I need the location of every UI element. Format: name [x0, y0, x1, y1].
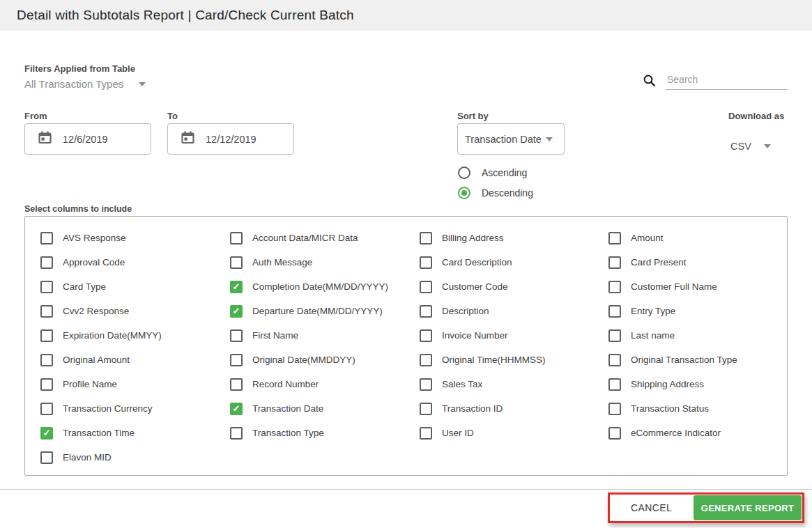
from-date-field[interactable]: 12/6/2019 [24, 123, 151, 155]
column-checkbox-item[interactable]: Customer Full Name [608, 274, 737, 299]
column-checkbox-item[interactable]: Last name [608, 323, 737, 348]
column-checkbox-item[interactable]: User ID [420, 421, 546, 445]
column-checkbox-item[interactable]: AVS Response [40, 226, 162, 250]
column-checkbox-item[interactable]: Card Type [40, 274, 162, 299]
checkbox-unchecked-icon[interactable] [230, 232, 243, 244]
checkbox-unchecked-icon[interactable] [230, 378, 243, 391]
column-checkbox-item[interactable]: Amount [608, 226, 737, 250]
sort-by-value: Transaction Date [465, 134, 542, 145]
checkbox-unchecked-icon[interactable] [420, 305, 432, 318]
column-checkbox-item[interactable]: Transaction Type [230, 421, 388, 445]
sort-by-dropdown[interactable]: Transaction Date [457, 123, 565, 155]
column-checkbox-item[interactable]: Customer Code [420, 274, 546, 299]
column-checkbox-item[interactable]: Original Date(MMDDYY) [230, 348, 388, 372]
column-checkbox-item[interactable]: Transaction ID [420, 396, 546, 421]
column-checkbox-item[interactable]: Profile Name [40, 372, 162, 396]
checkbox-unchecked-icon[interactable] [608, 354, 621, 366]
column-checkbox-item[interactable]: Card Description [420, 250, 546, 274]
column-checkbox-item[interactable]: Cvv2 Response [40, 299, 162, 323]
checkbox-unchecked-icon[interactable] [230, 354, 243, 366]
column-checkbox-item[interactable]: Transaction Status [608, 396, 737, 421]
column-checkbox-item[interactable]: Expiration Date(MMYY) [40, 323, 162, 348]
column-checkbox-item[interactable]: Sales Tax [420, 372, 546, 396]
column-checkbox-item[interactable]: Transaction Currency [40, 396, 162, 421]
checkbox-unchecked-icon[interactable] [420, 232, 432, 244]
checkbox-unchecked-icon[interactable] [40, 329, 53, 342]
column-checkbox-item[interactable]: Record Number [230, 372, 388, 396]
sort-direction-option[interactable]: Ascending [458, 162, 533, 183]
checkbox-unchecked-icon[interactable] [608, 329, 621, 342]
checkbox-unchecked-icon[interactable] [420, 329, 432, 342]
checkbox-unchecked-icon[interactable] [420, 256, 432, 269]
checkbox-unchecked-icon[interactable] [420, 427, 432, 440]
sort-direction-option[interactable]: Descending [458, 183, 533, 203]
checkbox-checked-icon[interactable]: ✓ [230, 305, 243, 318]
transaction-type-dropdown[interactable]: All Transaction Types [24, 78, 146, 90]
checkbox-label: Sales Tax [442, 379, 482, 389]
column-checkbox-item[interactable]: Description [420, 299, 546, 323]
column-checkbox-item[interactable]: Invoice Number [420, 323, 546, 348]
cancel-button[interactable]: CANCEL [610, 495, 693, 521]
column-checkbox-item[interactable]: Original Transaction Type [608, 348, 737, 372]
checkbox-unchecked-icon[interactable] [608, 403, 621, 415]
checkbox-unchecked-icon[interactable] [230, 427, 243, 440]
download-format-dropdown[interactable]: CSV [730, 141, 771, 152]
column-checkbox-item[interactable]: Original Amount [40, 348, 162, 372]
dialog-header: Detail with Subtotals Report | Card/Chec… [0, 0, 812, 31]
checkbox-unchecked-icon[interactable] [40, 281, 53, 293]
checkbox-unchecked-icon[interactable] [420, 378, 432, 391]
checkbox-label: eCommerce Indicator [631, 428, 721, 438]
calendar-icon [181, 130, 195, 148]
radio-unselected-icon[interactable] [458, 166, 470, 179]
column-checkbox-item[interactable]: First Name [230, 323, 388, 348]
column-checkbox-item[interactable]: ✓Transaction Time [40, 421, 162, 445]
checkbox-unchecked-icon[interactable] [40, 378, 53, 391]
checkbox-unchecked-icon[interactable] [608, 305, 621, 318]
checkbox-unchecked-icon[interactable] [608, 232, 621, 244]
column-checkbox-item[interactable]: Elavon MID [40, 445, 162, 469]
column-checkbox-item[interactable]: eCommerce Indicator [608, 421, 737, 445]
checkbox-unchecked-icon[interactable] [420, 281, 432, 293]
footer-divider [0, 489, 812, 490]
columns-column-4: AmountCard PresentCustomer Full NameEntr… [608, 226, 737, 445]
checkbox-unchecked-icon[interactable] [608, 378, 621, 391]
column-checkbox-item[interactable]: ✓Departure Date(MM/DD/YYYY) [230, 299, 388, 323]
generate-report-button[interactable]: GENERATE REPORT [694, 495, 802, 520]
checkbox-label: Record Number [252, 379, 319, 389]
to-date-field[interactable]: 12/12/2019 [167, 123, 294, 155]
checkbox-unchecked-icon[interactable] [608, 256, 621, 269]
checkbox-unchecked-icon[interactable] [40, 256, 53, 269]
search-input[interactable] [666, 72, 788, 90]
column-checkbox-item[interactable]: Approval Code [40, 250, 162, 274]
checkbox-label: Original Time(HHMMSS) [442, 355, 546, 365]
checkbox-label: Last name [631, 330, 675, 341]
column-checkbox-item[interactable]: Auth Message [230, 250, 388, 274]
column-checkbox-item[interactable]: ✓Completion Date(MM/DD/YYYY) [230, 274, 388, 299]
checkbox-checked-icon[interactable]: ✓ [40, 427, 53, 440]
checkbox-unchecked-icon[interactable] [608, 281, 621, 293]
column-checkbox-item[interactable]: Card Present [608, 250, 737, 274]
checkbox-unchecked-icon[interactable] [40, 354, 53, 366]
checkbox-label: Original Transaction Type [631, 355, 737, 365]
checkbox-unchecked-icon[interactable] [420, 403, 432, 415]
column-checkbox-item[interactable]: Account Data/MICR Data [230, 226, 388, 250]
column-checkbox-item[interactable]: Billing Address [420, 226, 546, 250]
checkbox-label: Cvv2 Response [63, 306, 129, 316]
column-checkbox-item[interactable]: Original Time(HHMMSS) [420, 348, 546, 372]
column-checkbox-item[interactable]: Shipping Address [608, 372, 737, 396]
checkbox-unchecked-icon[interactable] [40, 232, 53, 244]
checkbox-unchecked-icon[interactable] [420, 354, 432, 366]
checkbox-unchecked-icon[interactable] [40, 403, 53, 415]
checkbox-label: Approval Code [63, 257, 125, 267]
radio-selected-icon[interactable] [458, 187, 470, 199]
checkbox-unchecked-icon[interactable] [608, 427, 621, 440]
column-checkbox-item[interactable]: ✓Transaction Date [230, 396, 388, 421]
checkbox-unchecked-icon[interactable] [230, 256, 243, 269]
checkbox-unchecked-icon[interactable] [40, 451, 53, 464]
checkbox-checked-icon[interactable]: ✓ [230, 403, 243, 415]
checkbox-unchecked-icon[interactable] [40, 305, 53, 318]
checkbox-checked-icon[interactable]: ✓ [230, 281, 243, 293]
checkbox-unchecked-icon[interactable] [230, 329, 243, 342]
columns-box: AVS ResponseApproval CodeCard TypeCvv2 R… [24, 216, 788, 476]
column-checkbox-item[interactable]: Entry Type [608, 299, 737, 323]
